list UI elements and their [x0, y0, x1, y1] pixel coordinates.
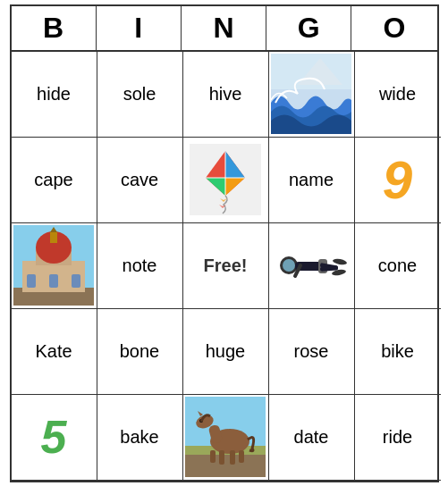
bingo-cell: bone	[97, 309, 183, 395]
five-image: 5	[41, 410, 67, 464]
header-letter: I	[97, 6, 182, 50]
cell-word: sole	[123, 84, 156, 105]
cell-word: bake	[120, 427, 158, 448]
kite-image	[190, 144, 261, 215]
cell-word: Kate	[35, 341, 72, 362]
bingo-header: BINGO	[12, 6, 437, 52]
cell-word: cone	[378, 256, 417, 276]
bingo-cell: bike	[355, 309, 441, 395]
bingo-cell: hive	[183, 52, 269, 138]
bingo-cell: cape	[12, 138, 97, 223]
free-space: Free!	[204, 256, 248, 276]
bingo-cell	[183, 138, 269, 223]
header-letter: O	[351, 6, 436, 50]
svg-rect-20	[27, 274, 36, 288]
bingo-cell	[12, 223, 97, 309]
bingo-cell: Free!	[183, 223, 269, 309]
bingo-cell	[269, 223, 355, 309]
cell-word: hive	[209, 84, 242, 105]
bingo-cell: 9	[355, 138, 441, 223]
bingo-cell: wide	[355, 52, 441, 138]
bingo-cell: note	[97, 223, 183, 309]
bingo-cell: cave	[97, 138, 183, 223]
header-letter: N	[182, 6, 266, 50]
cell-word: rose	[294, 341, 329, 362]
bingo-cell: sole	[97, 52, 183, 138]
cell-word: bike	[381, 341, 414, 362]
bingo-cell: cone	[355, 223, 441, 309]
header-letter: G	[266, 6, 351, 50]
diver-svg	[275, 230, 347, 301]
bingo-cell: ride	[355, 395, 441, 481]
bingo-cell: hide	[12, 52, 97, 138]
bingo-cell: huge	[183, 309, 269, 395]
bingo-cell: rose	[269, 309, 355, 395]
bingo-card: BINGO hidesolehive	[10, 4, 439, 482]
bingo-cell: Kate	[12, 309, 97, 395]
nine-image: 9	[383, 149, 412, 211]
bingo-grid: hidesolehive widecape	[12, 52, 437, 481]
svg-rect-40	[219, 450, 224, 465]
svg-rect-21	[49, 274, 58, 288]
bingo-cell: date	[269, 395, 355, 481]
building-image	[13, 225, 94, 306]
svg-point-24	[283, 259, 295, 272]
cell-word: bone	[120, 341, 160, 362]
svg-point-29	[333, 258, 347, 266]
horse-image	[185, 397, 266, 477]
bingo-cell: name	[269, 138, 355, 223]
svg-rect-42	[239, 450, 244, 463]
cell-word: huge	[206, 341, 246, 362]
cell-word: name	[289, 170, 334, 190]
bingo-cell: 5	[12, 395, 97, 481]
cell-word: cave	[121, 170, 158, 190]
cell-word: date	[294, 427, 329, 448]
wave-image	[271, 54, 351, 134]
bingo-cell: bake	[97, 395, 183, 481]
cell-word: ride	[383, 427, 412, 448]
cell-word: wide	[379, 84, 416, 105]
svg-rect-18	[50, 232, 57, 243]
bingo-cell	[183, 395, 269, 481]
cell-word: cape	[34, 170, 72, 190]
svg-rect-43	[210, 450, 216, 463]
header-letter: B	[12, 6, 97, 50]
cell-word: hide	[37, 84, 71, 105]
cell-word: note	[123, 256, 157, 276]
bingo-cell	[269, 52, 355, 138]
svg-rect-22	[72, 274, 80, 288]
svg-rect-41	[230, 450, 235, 465]
